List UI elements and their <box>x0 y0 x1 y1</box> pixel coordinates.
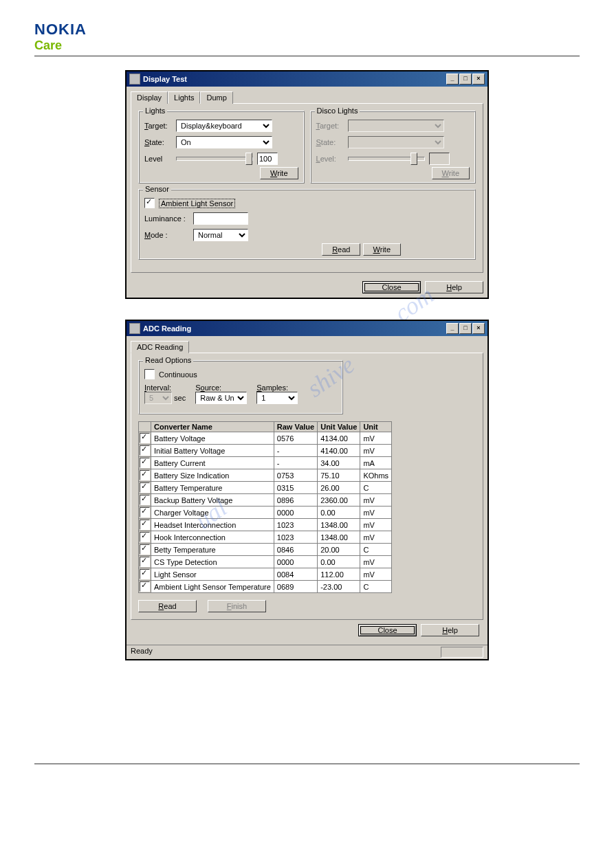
page-header: NOKIA Care <box>34 21 580 56</box>
lights-write-button[interactable]: Write <box>260 167 298 179</box>
row-checkbox[interactable] <box>140 520 150 530</box>
table-row: Charger Voltage00000.00mV <box>139 507 392 519</box>
cell-unit-value: 112.00 <box>318 568 360 581</box>
cell-name: Headset Interconnection <box>151 519 274 531</box>
close-dialog-button[interactable]: Close <box>362 281 421 293</box>
cell-raw: 0896 <box>274 494 317 507</box>
nokia-logo: NOKIA <box>34 21 580 38</box>
state-label: State: <box>144 138 172 146</box>
cell-unit: mV <box>360 432 392 445</box>
row-checkbox[interactable] <box>140 482 150 493</box>
disco-lights-group: Disco Lights Target: State: Level: <box>310 111 476 183</box>
page-footer-line <box>34 764 580 764</box>
cell-raw: 0753 <box>274 469 317 482</box>
status-cell <box>441 647 483 658</box>
cell-raw: 1023 <box>274 531 317 544</box>
cell-unit-value: 26.00 <box>318 482 360 494</box>
cell-unit: mV <box>360 507 392 519</box>
cell-unit: KOhms <box>360 469 392 482</box>
cell-unit-value: 20.00 <box>318 544 360 556</box>
level-input[interactable] <box>257 153 278 165</box>
close-button[interactable]: × <box>472 74 485 85</box>
sensor-read-button[interactable]: Read <box>322 243 360 256</box>
row-checkbox[interactable] <box>140 458 150 468</box>
lights-group-title: Lights <box>143 107 167 115</box>
maximize-button[interactable]: □ <box>459 323 472 334</box>
table-row: Hook Interconnection10231348.00mV <box>139 531 392 544</box>
row-checkbox[interactable] <box>140 532 150 542</box>
cell-unit-value: 4134.00 <box>318 432 360 445</box>
sensor-write-button[interactable]: Write <box>363 243 401 256</box>
col-unit-value: Unit Value <box>318 422 360 432</box>
titlebar[interactable]: Display Test _ □ × <box>127 71 487 87</box>
cell-raw: 0315 <box>274 482 317 494</box>
cell-raw: 0689 <box>274 581 317 593</box>
samples-select[interactable]: 1 <box>256 392 298 404</box>
cell-unit: mV <box>360 519 392 531</box>
target-label: Target: <box>144 122 172 130</box>
disco-write-button: Write <box>432 167 470 179</box>
tab-dump[interactable]: Dump <box>200 91 232 104</box>
samples-label: Samples: <box>256 383 298 392</box>
tab-display[interactable]: Display <box>131 91 168 104</box>
cell-raw: 0000 <box>274 556 317 568</box>
cell-unit: mA <box>360 457 392 469</box>
row-checkbox[interactable] <box>140 445 150 456</box>
row-checkbox[interactable] <box>140 557 150 567</box>
interval-unit: sec <box>174 394 186 402</box>
minimize-button[interactable]: _ <box>446 323 459 334</box>
cell-unit: C <box>360 482 392 494</box>
cell-name: Light Sensor <box>151 568 274 581</box>
titlebar[interactable]: ADC Reading _ □ × <box>127 321 487 336</box>
table-row: Battery Size Indication075375.10KOhms <box>139 469 392 482</box>
source-label: Source: <box>195 383 247 392</box>
tab-panel: Lights Target: Display&keyboard State: O… <box>131 103 483 273</box>
source-select[interactable]: Raw & Unit <box>195 392 247 404</box>
row-checkbox[interactable] <box>140 433 150 443</box>
table-row: Battery Current-34.00mA <box>139 457 392 469</box>
maximize-button[interactable]: □ <box>459 74 472 85</box>
disco-state-select <box>348 136 444 148</box>
sensor-group: Sensor Ambient Light Sensor Luminance : … <box>138 189 476 260</box>
close-dialog-button[interactable]: Close <box>358 624 417 636</box>
mode-select[interactable]: Normal <box>193 229 248 241</box>
table-row: Betty Temperature084620.00C <box>139 544 392 556</box>
cell-name: Betty Temperature <box>151 544 274 556</box>
row-checkbox[interactable] <box>140 507 150 518</box>
close-button[interactable]: × <box>472 323 485 334</box>
continuous-checkbox[interactable] <box>144 369 155 379</box>
level-slider[interactable] <box>176 157 253 161</box>
target-select[interactable]: Display&keyboard <box>176 120 272 132</box>
cell-name: Battery Size Indication <box>151 469 274 482</box>
adc-reading-window: ADC Reading _ □ × ADC Reading Read Optio… <box>125 320 489 660</box>
cell-unit-value: 4140.00 <box>318 445 360 457</box>
cell-raw: 0576 <box>274 432 317 445</box>
cell-unit-value: 0.00 <box>318 507 360 519</box>
row-checkbox[interactable] <box>140 544 150 555</box>
ambient-checkbox[interactable] <box>144 198 155 208</box>
row-checkbox[interactable] <box>140 470 150 480</box>
cell-raw: 0846 <box>274 544 317 556</box>
tab-adc-reading[interactable]: ADC Reading <box>131 341 189 353</box>
table-row: Battery Temperature031526.00C <box>139 482 392 494</box>
row-checkbox[interactable] <box>140 495 150 505</box>
table-row: CS Type Detection00000.00mV <box>139 556 392 568</box>
cell-raw: 0084 <box>274 568 317 581</box>
luminance-input[interactable] <box>193 212 248 225</box>
lights-group: Lights Target: Display&keyboard State: O… <box>138 111 305 183</box>
cell-name: CS Type Detection <box>151 556 274 568</box>
row-checkbox[interactable] <box>140 581 150 592</box>
tab-lights[interactable]: Lights <box>168 91 200 104</box>
help-button[interactable]: Help <box>425 281 483 293</box>
tabs: Display Lights Dump <box>131 91 483 103</box>
table-row: Backup Battery Voltage08962360.00mV <box>139 494 392 507</box>
cell-unit-value: -23.00 <box>318 581 360 593</box>
state-select[interactable]: On <box>176 136 272 148</box>
help-button[interactable]: Help <box>421 624 479 636</box>
row-checkbox[interactable] <box>140 569 150 579</box>
status-text: Ready <box>131 647 153 658</box>
read-button[interactable]: Read <box>138 600 197 612</box>
minimize-button[interactable]: _ <box>446 74 459 85</box>
cell-unit: mV <box>360 568 392 581</box>
disco-level-label: Level: <box>316 155 344 163</box>
